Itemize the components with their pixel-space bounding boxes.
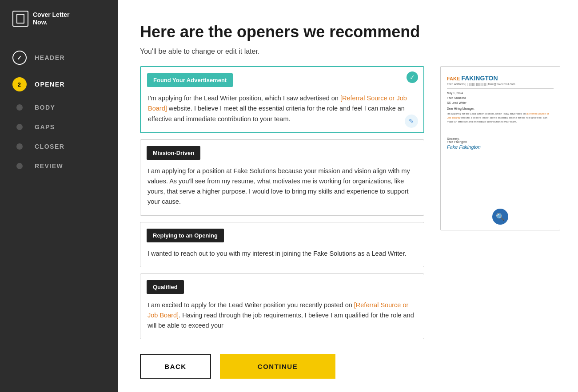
sidebar-item-closer[interactable]: CLOSER [0, 137, 118, 156]
logo: Cover Letter Now. [0, 0, 118, 40]
card-label-qualified: Qualified [147, 280, 184, 294]
logo-icon [12, 11, 28, 27]
openers-panel: Found Your Advertisement ✓ I'm applying … [140, 66, 427, 379]
opener-card-mission-driven[interactable]: Mission-Driven I am applying for a posit… [140, 139, 424, 216]
gaps-circle [16, 124, 23, 130]
card-body-found-advertisement: I'm applying for the Lead Writer positio… [141, 87, 423, 132]
preview-closing: Sincerely, Fake Fakington Fake Fakington [447, 137, 554, 150]
preview-date: May 1, 2024 [447, 91, 554, 95]
content-area: Found Your Advertisement ✓ I'm applying … [140, 66, 560, 379]
card-label-replying-opening: Replying to an Opening [147, 229, 224, 242]
preview-role: SS Lead Writer [447, 101, 554, 104]
preview-meta: Fake Address | ||||||||| | |||||||||||||… [447, 83, 554, 89]
cover-letter-preview: FAKE FAKINGTON Fake Address | ||||||||| … [440, 66, 560, 230]
footer-buttons: BACK CONTINUE [140, 344, 427, 379]
review-circle [16, 163, 23, 169]
preview-name: FAKE FAKINGTON [447, 75, 554, 82]
sidebar-item-label: OPENER [35, 81, 65, 88]
preview-company: Fake Solutions [447, 96, 554, 99]
opener-card-found-advertisement[interactable]: Found Your Advertisement ✓ I'm applying … [140, 66, 424, 133]
openers-list: Found Your Advertisement ✓ I'm applying … [140, 66, 427, 344]
sidebar-item-opener[interactable]: 2 OPENER [0, 71, 118, 98]
sidebar-item-header[interactable]: ✓ HEADER [0, 44, 118, 71]
sidebar-item-label: CLOSER [35, 143, 64, 150]
opener-circle: 2 [12, 77, 27, 91]
sidebar: Cover Letter Now. ✓ HEADER 2 OPENER BODY… [0, 0, 118, 392]
sidebar-item-label: HEADER [35, 54, 65, 61]
page-title: Here are the openers we recommend [140, 22, 560, 41]
card-body-replying-opening: I wanted to reach out to you with my int… [140, 242, 424, 267]
preview-salutation: Dear Hiring Manager, [447, 107, 554, 110]
selected-check-icon: ✓ [407, 71, 418, 83]
preview-panel: FAKE FAKINGTON Fake Address | ||||||||| … [440, 66, 560, 379]
card-body-mission-driven: I am applying for a position at Fake Sol… [140, 160, 424, 215]
sidebar-item-gaps[interactable]: GAPS [0, 117, 118, 137]
sidebar-item-body[interactable]: BODY [0, 98, 118, 117]
continue-button[interactable]: CONTINUE [220, 354, 335, 379]
page-subtitle: You'll be able to change or edit it late… [140, 48, 560, 55]
sidebar-item-label: REVIEW [35, 162, 63, 170]
logo-text: Cover Letter Now. [33, 11, 69, 26]
body-circle [16, 104, 23, 111]
sidebar-item-review[interactable]: REVIEW [0, 156, 118, 176]
preview-signature-cursive: Fake Fakington [447, 144, 554, 150]
closer-circle [16, 143, 23, 150]
back-button[interactable]: BACK [140, 354, 211, 379]
zoom-button[interactable]: 🔍 [492, 209, 508, 225]
edit-icon[interactable]: ✎ [405, 115, 418, 128]
main-content: Here are the openers we recommend You'll… [118, 0, 578, 392]
header-circle: ✓ [12, 51, 27, 65]
preview-body-text: I'm applying for the Lead Writer positio… [447, 112, 554, 124]
sidebar-item-label: GAPS [35, 123, 55, 131]
opener-card-replying-opening[interactable]: Replying to an Opening I wanted to reach… [140, 222, 424, 267]
card-label-mission-driven: Mission-Driven [147, 146, 200, 160]
sidebar-item-label: BODY [35, 104, 55, 111]
opener-card-qualified[interactable]: Qualified I am excited to apply for the … [140, 273, 424, 340]
card-label-found-advertisement: Found Your Advertisement [147, 73, 233, 87]
card-body-qualified: I am excited to apply for the Lead Write… [140, 294, 424, 339]
nav-items: ✓ HEADER 2 OPENER BODY GAPS CLOSER REVIE… [0, 40, 118, 180]
